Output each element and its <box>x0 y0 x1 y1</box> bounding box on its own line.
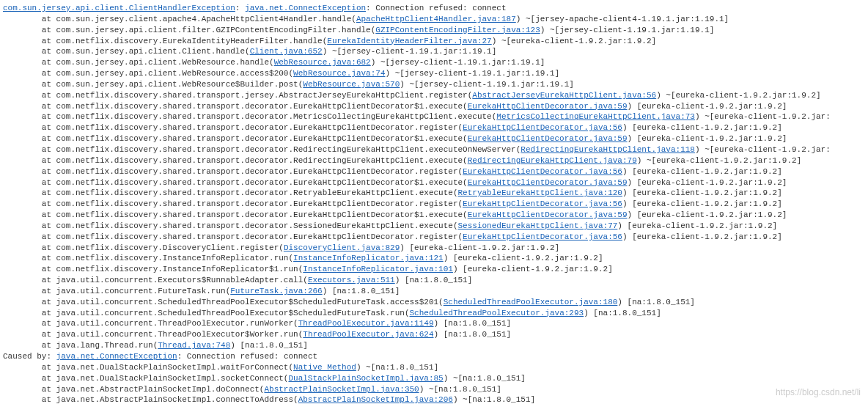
stacktrace-text: at com.netflix.discovery.shared.transpor… <box>3 188 458 197</box>
stacktrace-line: at com.netflix.discovery.shared.transpor… <box>3 144 865 155</box>
stacktrace-line: at com.netflix.discovery.shared.transpor… <box>3 221 865 232</box>
source-link[interactable]: Executors.java:511 <box>308 276 395 284</box>
source-link[interactable]: DiscoveryClient.java:829 <box>284 243 400 252</box>
stacktrace-line: at java.net.AbstractPlainSocketImpl.doCo… <box>3 384 865 395</box>
source-link[interactable]: EurekaHttpClientDecorator.java:56 <box>463 123 622 132</box>
stacktrace-line: at java.util.concurrent.Executors$Runnab… <box>3 275 865 286</box>
stacktrace-text: ) ~[eureka-client-1.9.2.jar:1.9.2] <box>492 37 656 45</box>
source-link[interactable]: FutureTask.java:266 <box>230 287 322 295</box>
stacktrace-text: at com.netflix.discovery.shared.transpor… <box>3 102 468 111</box>
stacktrace-text: ) [na:1.8.0_151] <box>323 287 400 295</box>
source-link[interactable]: RedirectingEurekaHttpClient.java:118 <box>521 145 695 154</box>
source-link[interactable]: AbstractPlainSocketImpl.java:350 <box>264 385 419 394</box>
source-link[interactable]: WebResource.java:682 <box>274 58 371 67</box>
stacktrace-text: at java.util.concurrent.ThreadPoolExecut… <box>3 330 303 339</box>
stacktrace-text: ) ~[na:1.8.0_151] <box>356 363 438 372</box>
source-link[interactable]: ApacheHttpClient4Handler.java:187 <box>356 15 516 23</box>
stacktrace-text: Caused by: <box>3 352 56 361</box>
source-link[interactable]: Client.java:652 <box>250 47 323 56</box>
stacktrace-text: at java.util.concurrent.ThreadPoolExecut… <box>3 319 298 328</box>
source-link[interactable]: EurekaHttpClientDecorator.java:59 <box>468 102 628 111</box>
source-link[interactable]: WebResource.java:570 <box>303 80 400 89</box>
source-link[interactable]: DualStackPlainSocketImpl.java:85 <box>288 374 443 383</box>
stacktrace-text: at com.netflix.discovery.EurekaIdentityH… <box>3 37 327 45</box>
source-link[interactable]: EurekaHttpClientDecorator.java:59 <box>468 134 628 143</box>
source-link[interactable]: GZIPContentEncodingFilter.java:123 <box>375 26 540 34</box>
stacktrace-text: at com.sun.jersey.client.apache4.ApacheH… <box>3 15 356 23</box>
stacktrace-line: at com.netflix.discovery.shared.transpor… <box>3 199 865 210</box>
source-link[interactable]: EurekaHttpClientDecorator.java:56 <box>463 199 622 208</box>
stacktrace-text: ) [eureka-client-1.9.2.jar:1.9.2] <box>628 134 787 143</box>
stacktrace-line: at com.netflix.discovery.shared.transpor… <box>3 122 865 133</box>
stacktrace-text: ) [eureka-client-1.9.2.jar:1.9.2] <box>628 102 787 111</box>
source-link[interactable]: SessionedEurekaHttpClient.java:77 <box>458 221 618 230</box>
stacktrace-line: at com.netflix.discovery.shared.transpor… <box>3 188 865 199</box>
source-link[interactable]: MetricsCollectingEurekaHttpClient.java:7… <box>496 112 695 121</box>
source-link[interactable]: InstanceInfoReplicator.java:101 <box>303 265 453 273</box>
stacktrace-text: ) [eureka-client-1.9.2.jar:1.9.2] <box>400 243 559 252</box>
stacktrace-text: at java.net.AbstractPlainSocketImpl.doCo… <box>3 385 264 394</box>
stacktrace-line: at com.netflix.discovery.shared.transpor… <box>3 232 865 243</box>
stacktrace-output: com.sun.jersey.api.client.ClientHandlerE… <box>3 3 865 404</box>
source-link[interactable]: ScheduledThreadPoolExecutor.java:293 <box>410 309 584 317</box>
stacktrace-text: ) [na:1.8.0_151] <box>584 309 661 317</box>
source-link[interactable]: ThreadPoolExecutor.java:624 <box>303 330 433 339</box>
source-link[interactable]: EurekaHttpClientDecorator.java:59 <box>468 178 628 187</box>
stacktrace-line: at java.net.AbstractPlainSocketImpl.conn… <box>3 394 865 404</box>
source-link[interactable]: EurekaIdentityHeaderFilter.java:27 <box>327 37 491 45</box>
source-link[interactable]: InstanceInfoReplicator.java:121 <box>293 254 444 262</box>
source-link[interactable]: EurekaHttpClientDecorator.java:56 <box>463 167 622 176</box>
source-link[interactable]: ScheduledThreadPoolExecutor.java:180 <box>444 298 618 306</box>
stacktrace-text: ) [eureka-client-1.9.2.jar:1.9.2] <box>628 210 787 219</box>
source-link[interactable]: Thread.java:748 <box>158 341 230 350</box>
stacktrace-text: : Connection refused: connect <box>177 352 317 361</box>
stacktrace-text: at com.sun.jersey.api.client.Client.hand… <box>3 47 250 56</box>
stacktrace-text: ) ~[jersey-apache-client4-1.19.1.jar:1.1… <box>516 15 729 23</box>
source-link[interactable]: java.net.ConnectException <box>245 4 366 12</box>
stacktrace-text: at com.netflix.discovery.shared.transpor… <box>3 134 468 143</box>
stacktrace-line: at com.sun.jersey.api.client.filter.GZIP… <box>3 25 865 36</box>
source-link[interactable]: RetryableEurekaHttpClient.java:120 <box>458 188 622 197</box>
source-link[interactable]: AbstractPlainSocketImpl.java:206 <box>298 395 453 404</box>
source-link[interactable]: java.net.ConnectException <box>56 352 177 361</box>
stacktrace-text: at com.netflix.discovery.shared.transpor… <box>3 123 463 132</box>
source-link[interactable]: AbstractJerseyEurekaHttpClient.java:56 <box>472 91 656 100</box>
stacktrace-line: com.sun.jersey.api.client.ClientHandlerE… <box>3 3 865 14</box>
stacktrace-line: at com.netflix.discovery.shared.transpor… <box>3 101 865 112</box>
source-link[interactable]: Native Method <box>293 363 356 372</box>
stacktrace-line: at java.util.concurrent.ThreadPoolExecut… <box>3 329 865 340</box>
source-link[interactable]: com.sun.jersey.api.client.ClientHandlerE… <box>3 4 235 12</box>
stacktrace-text: at com.netflix.discovery.DiscoveryClient… <box>3 243 284 252</box>
stacktrace-text: at com.netflix.discovery.shared.transpor… <box>3 221 458 230</box>
source-link[interactable]: ThreadPoolExecutor.java:1149 <box>298 319 434 328</box>
stacktrace-text: at java.util.concurrent.ScheduledThreadP… <box>3 309 410 317</box>
stacktrace-text: at java.util.concurrent.Executors$Runnab… <box>3 276 308 284</box>
stacktrace-text: at com.sun.jersey.api.client.filter.GZIP… <box>3 26 375 34</box>
stacktrace-line: at com.netflix.discovery.InstanceInfoRep… <box>3 264 865 275</box>
stacktrace-text: ) ~[na:1.8.0_151] <box>444 374 526 383</box>
stacktrace-text: ) ~[jersey-client-1.19.1.jar:1.19.1] <box>386 69 560 78</box>
stacktrace-text: at com.netflix.discovery.shared.transpor… <box>3 91 472 100</box>
stacktrace-line: at com.netflix.discovery.EurekaIdentityH… <box>3 36 865 47</box>
stacktrace-text: at com.netflix.discovery.shared.transpor… <box>3 112 496 121</box>
stacktrace-line: at com.netflix.discovery.DiscoveryClient… <box>3 243 865 254</box>
stacktrace-text: ) ~[jersey-client-1.19.1.jar:1.19.1] <box>323 47 497 56</box>
stacktrace-text: ) ~[na:1.8.0_151] <box>419 385 501 394</box>
stacktrace-text: ) [na:1.8.0_151] <box>617 298 695 306</box>
stacktrace-text: : <box>235 4 245 12</box>
stacktrace-text: at java.util.concurrent.FutureTask.run( <box>3 287 230 295</box>
source-link[interactable]: WebResource.java:74 <box>293 69 385 78</box>
stacktrace-text: ) [eureka-client-1.9.2.jar:1.9.2] <box>453 265 613 273</box>
stacktrace-text: at com.sun.jersey.api.client.WebResource… <box>3 58 274 67</box>
stacktrace-line: Caused by: java.net.ConnectException: Co… <box>3 351 865 362</box>
stacktrace-line: at com.netflix.discovery.shared.transpor… <box>3 133 865 144</box>
source-link[interactable]: EurekaHttpClientDecorator.java:56 <box>463 232 622 241</box>
source-link[interactable]: RedirectingEurekaHttpClient.java:79 <box>468 156 637 165</box>
stacktrace-text: at java.lang.Thread.run( <box>3 341 158 350</box>
stacktrace-text: at com.sun.jersey.api.client.WebResource… <box>3 80 303 89</box>
source-link[interactable]: EurekaHttpClientDecorator.java:59 <box>468 210 628 219</box>
stacktrace-text: at com.netflix.discovery.shared.transpor… <box>3 145 521 154</box>
stacktrace-line: at java.util.concurrent.ThreadPoolExecut… <box>3 318 865 329</box>
stacktrace-text: ) ~[eureka-client-1.9.2.jar: <box>695 112 831 121</box>
stacktrace-line: at com.netflix.discovery.shared.transpor… <box>3 90 865 101</box>
